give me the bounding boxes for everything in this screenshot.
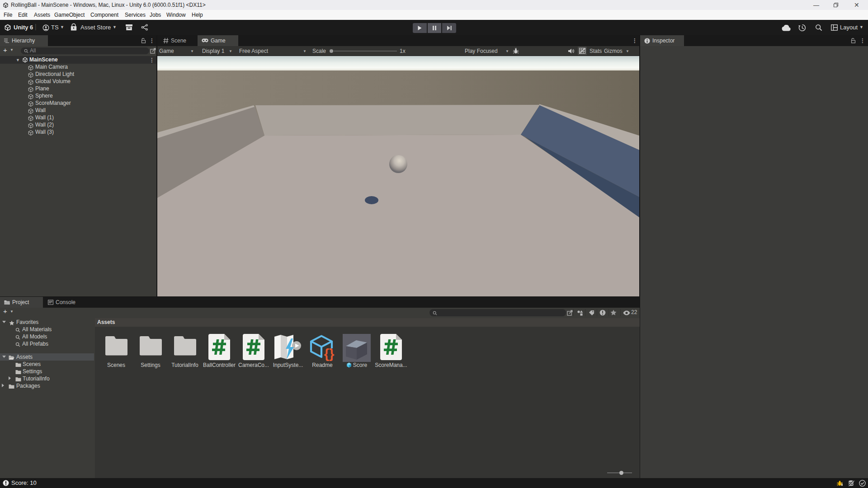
- svg-text:{}: {}: [324, 347, 335, 361]
